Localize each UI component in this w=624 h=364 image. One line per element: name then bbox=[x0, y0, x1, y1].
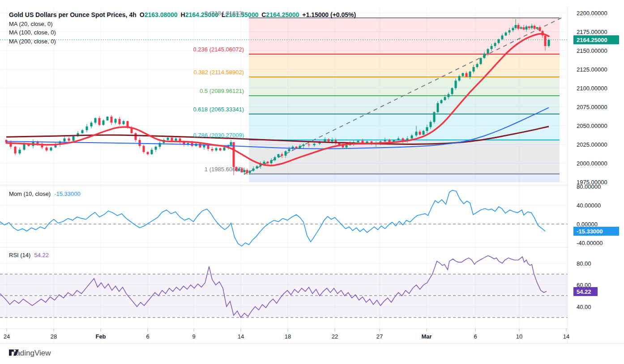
last-price-badge: 2164.25000 bbox=[573, 35, 619, 44]
axis-tick-label: 2000.00000 bbox=[577, 160, 607, 167]
fib-level-label: 0.5 (2089.96121) bbox=[200, 88, 244, 94]
change-value: +1.15000 (+0.05%) bbox=[302, 11, 356, 18]
rsi-pane-legend[interactable]: RSI (14)54.22 bbox=[9, 252, 49, 258]
time-tick-label: 14 bbox=[563, 333, 569, 340]
legend: Gold US Dollars per Ounce Spot Prices, 4… bbox=[9, 11, 356, 46]
time-tick-label: 18 bbox=[285, 333, 291, 340]
fib-level-label: 0.786 (2030.27009) bbox=[193, 132, 244, 139]
momentum-value: -15.33000 bbox=[54, 190, 81, 197]
momentum-pane-legend[interactable]: Mom (10, close)-15.33000 bbox=[9, 190, 81, 197]
tradingview-logo-icon bbox=[9, 349, 21, 356]
rsi-label: RSI (14) bbox=[9, 252, 30, 258]
fib-level-label: 0.382 (2114.58902) bbox=[193, 69, 244, 76]
axis-tick-label: 40.00000 bbox=[577, 202, 601, 209]
legend-ma20[interactable]: MA (20, close, 0) bbox=[9, 20, 356, 29]
ohlc-open-label: O bbox=[140, 11, 145, 18]
axis-tick-label: 2200.00000 bbox=[577, 10, 607, 17]
momentum-value-badge: -15.33000 bbox=[573, 227, 619, 236]
fib-band bbox=[249, 114, 560, 140]
fib-band bbox=[249, 96, 560, 114]
axis-tick-label: 80.00000 bbox=[577, 183, 601, 190]
fib-band bbox=[249, 174, 560, 182]
fib-level-label: 0 (2184.31633) bbox=[205, 10, 244, 17]
fib-band bbox=[249, 77, 560, 96]
rsi-value-badge: 54.22 bbox=[573, 287, 598, 296]
axis-tick-label: 2175.00000 bbox=[577, 29, 607, 35]
axis-tick-label: 2150.00000 bbox=[577, 47, 607, 54]
ohlc-high-label: H bbox=[181, 11, 185, 18]
ohlc-close-label: C bbox=[261, 11, 266, 18]
tradingview-logo[interactable]: TradingView bbox=[9, 349, 51, 358]
time-tick-label: 6 bbox=[474, 333, 477, 340]
time-tick-label: 10 bbox=[516, 333, 522, 340]
time-tick-label: Mar bbox=[421, 333, 432, 340]
symbol-title: Gold US Dollars per Ounce Spot Prices, 4… bbox=[9, 11, 137, 18]
axis-tick-label: 2125.00000 bbox=[577, 66, 607, 73]
fib-band bbox=[249, 54, 560, 77]
time-tick-label: 27 bbox=[376, 333, 383, 340]
ohlc-close-value: 2164.25000 bbox=[266, 11, 299, 18]
axis-tick-label: 2075.00000 bbox=[577, 104, 607, 110]
axis-tick-label: 40.00 bbox=[577, 304, 591, 310]
fib-band bbox=[249, 140, 560, 174]
ohlc-open-value: 2163.08000 bbox=[145, 11, 178, 18]
trading-chart: Gold US Dollars per Ounce Spot Prices, 4… bbox=[0, 0, 624, 364]
axis-tick-label: 2025.00000 bbox=[577, 141, 607, 148]
time-tick-label: 9 bbox=[192, 333, 195, 340]
axis-tick-label: 2050.00000 bbox=[577, 123, 607, 129]
fib-level-label: 0.618 (2065.33341) bbox=[193, 106, 244, 113]
symbol-title-row[interactable]: Gold US Dollars per Ounce Spot Prices, 4… bbox=[9, 11, 356, 20]
legend-ma100[interactable]: MA (100, close, 0) bbox=[9, 28, 356, 37]
rsi-value: 54.22 bbox=[34, 252, 49, 258]
momentum-line[interactable] bbox=[0, 190, 545, 246]
axis-tick-label: 80.00 bbox=[577, 260, 591, 267]
fib-level-label: 1 (1985.60610) bbox=[205, 166, 244, 173]
time-tick-label: Feb bbox=[95, 333, 106, 340]
time-tick-label: 28 bbox=[51, 333, 57, 340]
time-tick-label: 6 bbox=[146, 333, 149, 340]
momentum-label: Mom (10, close) bbox=[9, 190, 51, 197]
time-tick-label: 24 bbox=[4, 333, 10, 340]
time-tick-label: 14 bbox=[238, 333, 244, 340]
legend-ma200[interactable]: MA (200, close, 0) bbox=[9, 37, 356, 46]
axis-tick-label: 2100.00000 bbox=[577, 85, 607, 92]
axis-tick-label: -40.00000 bbox=[577, 240, 603, 246]
chart-canvas[interactable] bbox=[0, 0, 624, 364]
time-tick-label: 22 bbox=[332, 333, 338, 340]
fib-level-label: 0.236 (2145.06072) bbox=[193, 46, 244, 53]
